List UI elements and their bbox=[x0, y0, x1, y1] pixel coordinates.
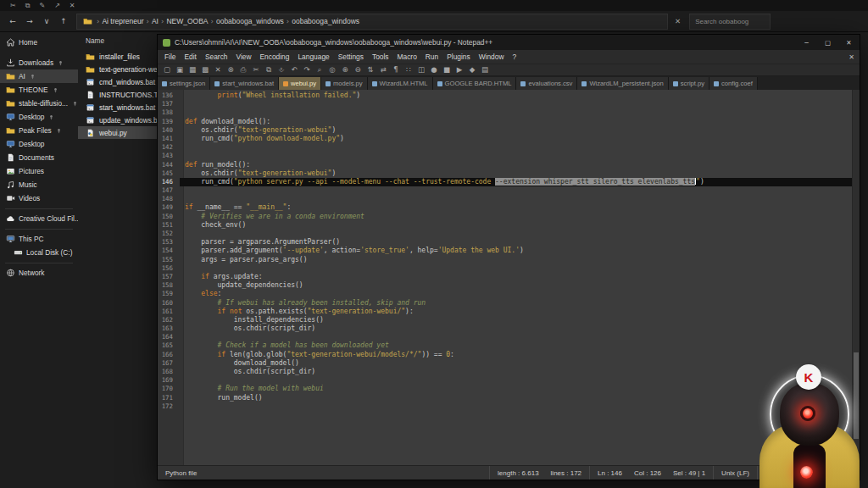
word-wrap-icon[interactable]: ¶ bbox=[390, 66, 402, 74]
breadcrumb[interactable]: ›Ai trepreneur›AI›NEW_OOBA›oobabooga_win… bbox=[76, 14, 668, 30]
save-all-icon[interactable]: ▩ bbox=[199, 66, 211, 74]
search-input[interactable] bbox=[689, 14, 771, 30]
tab-webui-py[interactable]: webui.py bbox=[279, 77, 321, 90]
save-icon[interactable]: ▦ bbox=[186, 66, 198, 74]
redo-icon[interactable]: ↷ bbox=[301, 66, 313, 74]
menu-file[interactable]: File bbox=[160, 53, 181, 61]
function-list-icon[interactable]: ◆ bbox=[466, 66, 478, 74]
file-row-instructions-txt[interactable]: INSTRUCTIONS.TXT bbox=[78, 88, 159, 101]
sidebar-item-downloads[interactable]: Downloads bbox=[0, 56, 78, 69]
menu-view[interactable]: View bbox=[231, 53, 255, 61]
refresh-icon[interactable]: ✕ bbox=[675, 17, 681, 25]
rename-icon[interactable]: ✎ bbox=[39, 3, 45, 9]
tab-settings-json[interactable]: settings.json bbox=[158, 77, 210, 90]
forward-icon[interactable]: → bbox=[24, 17, 36, 25]
sidebar-item-home[interactable]: Home bbox=[0, 36, 78, 49]
close-icon[interactable]: ✕ bbox=[212, 66, 224, 74]
sidebar-item-peak-files[interactable]: Peak Files bbox=[0, 124, 78, 137]
file-row-webui-py[interactable]: webui.py bbox=[78, 126, 159, 139]
breadcrumb-ai[interactable]: AI bbox=[150, 17, 160, 25]
tab-start-windows-bat[interactable]: start_windows.bat bbox=[210, 77, 279, 90]
menu-settings[interactable]: Settings bbox=[334, 53, 368, 61]
sidebar-item-theone[interactable]: THEONE bbox=[0, 83, 78, 97]
sidebar-item-creative-cloud-fil[interactable]: Creative Cloud Fil... bbox=[0, 212, 78, 225]
copy-icon[interactable]: ⧉ bbox=[263, 66, 275, 74]
document-map-icon[interactable]: ▤ bbox=[479, 66, 491, 74]
share-icon[interactable]: ↗ bbox=[54, 3, 60, 9]
zoom-out-icon[interactable]: ⊖ bbox=[352, 66, 364, 74]
copy-icon[interactable]: ⧉ bbox=[25, 3, 31, 9]
sidebar-item-local-disk-c[interactable]: Local Disk (C:) bbox=[0, 246, 78, 259]
menu-macro[interactable]: Macro bbox=[393, 53, 421, 61]
menu-run[interactable]: Run bbox=[421, 53, 442, 61]
zoom-in-icon[interactable]: ⊕ bbox=[339, 66, 351, 74]
sidebar-item-desktop[interactable]: Desktop bbox=[0, 137, 78, 151]
sidebar-item-pictures[interactable]: Pictures bbox=[0, 164, 78, 178]
code-editor[interactable]: 136 print("Wheel installation failed.")1… bbox=[158, 90, 860, 465]
play-macro-icon[interactable]: ▶ bbox=[453, 66, 465, 74]
file-row-text-generation-web[interactable]: text-generation-web... bbox=[78, 63, 159, 75]
sidebar-item-this-pc[interactable]: This PC bbox=[0, 232, 78, 246]
sidebar-item-music[interactable]: Music bbox=[0, 178, 78, 191]
code-token: os.chdir(script_dir) bbox=[185, 368, 315, 375]
sidebar-item-documents[interactable]: Documents bbox=[0, 151, 78, 164]
minimize-button[interactable]: ─ bbox=[796, 35, 817, 50]
file-row-installer-files[interactable]: installer_files bbox=[78, 50, 159, 63]
code-token: ): bbox=[405, 308, 414, 315]
menu-language[interactable]: Language bbox=[293, 53, 333, 61]
menu-edit[interactable]: Edit bbox=[181, 53, 201, 61]
new-file-icon[interactable]: ▢ bbox=[161, 66, 173, 74]
paste-icon[interactable]: ⎀ bbox=[275, 66, 287, 74]
menu-tools[interactable]: Tools bbox=[368, 53, 393, 61]
indent-guide-icon[interactable]: ◫ bbox=[415, 66, 427, 74]
menu-plugins[interactable]: Plugins bbox=[442, 53, 474, 61]
menu-encoding[interactable]: Encoding bbox=[256, 53, 294, 61]
show-all-characters-icon[interactable]: ∷ bbox=[403, 66, 415, 74]
undo-icon[interactable]: ↶ bbox=[288, 66, 300, 74]
print-icon[interactable]: ⎙ bbox=[237, 66, 249, 74]
maximize-button[interactable]: ▢ bbox=[817, 35, 838, 50]
open-file-icon[interactable]: ▣ bbox=[174, 66, 186, 74]
file-row-cmd-windows-bat[interactable]: cmd_windows.bat bbox=[78, 75, 159, 88]
file-row-start-windows-bat[interactable]: start_windows.bat bbox=[78, 101, 159, 114]
sidebar-item-network[interactable]: Network bbox=[0, 266, 78, 280]
stop-macro-icon[interactable]: ■ bbox=[441, 66, 453, 74]
up-icon[interactable]: ↑ bbox=[58, 17, 70, 25]
sidebar-item-ai[interactable]: AI bbox=[0, 69, 78, 83]
menubar-close-icon[interactable]: ✕ bbox=[849, 53, 854, 61]
sidebar-item-desktop[interactable]: Desktop bbox=[0, 110, 78, 124]
record-macro-icon[interactable]: ● bbox=[428, 66, 440, 74]
tab-config-coef[interactable]: config.coef bbox=[709, 77, 758, 90]
sync-horizontal-icon[interactable]: ⇄ bbox=[377, 66, 389, 74]
sidebar-item-videos[interactable]: Videos bbox=[0, 191, 78, 205]
menu-[interactable]: ? bbox=[508, 53, 520, 61]
close-button[interactable]: ✕ bbox=[838, 35, 860, 50]
tab-models-py[interactable]: models.py bbox=[321, 77, 368, 90]
find-icon[interactable]: ⌕ bbox=[314, 66, 326, 74]
cut-icon[interactable]: ✂ bbox=[250, 66, 262, 74]
breadcrumb-oobabooga-windows[interactable]: oobabooga_windows bbox=[214, 17, 286, 25]
delete-icon[interactable]: ✕ bbox=[70, 3, 75, 9]
sync-vertical-icon[interactable]: ⇅ bbox=[364, 66, 376, 74]
file-row-update-windows-bat[interactable]: update_windows.bat bbox=[78, 114, 159, 126]
tab-wizardlm-html[interactable]: WizardLM.HTML bbox=[368, 77, 433, 90]
replace-icon[interactable]: ◎ bbox=[326, 66, 338, 74]
breadcrumb-oobabooga-windows[interactable]: oobabooga_windows bbox=[290, 17, 361, 25]
tab-wizardlm-persistent-json[interactable]: WizardLM_persistent.json bbox=[577, 77, 668, 90]
sidebar-item-stable-diffusio[interactable]: stable-diffusio... bbox=[0, 97, 78, 110]
cut-icon[interactable]: ✂ bbox=[10, 3, 16, 9]
breadcrumb-new-ooba[interactable]: NEW_OOBA bbox=[164, 17, 209, 25]
line-number: 150 bbox=[158, 213, 180, 221]
editor-scrollbar[interactable] bbox=[852, 90, 860, 465]
tab-script-py[interactable]: script.py bbox=[669, 77, 709, 90]
breadcrumb-ai-trepreneur[interactable]: Ai trepreneur bbox=[100, 17, 145, 25]
close-all-icon[interactable]: ⊗ bbox=[225, 66, 236, 74]
recent-locations-icon[interactable]: ∨ bbox=[41, 17, 53, 25]
menu-search[interactable]: Search bbox=[201, 53, 232, 61]
tab-google-bard-html[interactable]: GOOGLE BARD.HTML bbox=[433, 77, 517, 90]
notepad-titlebar[interactable]: C:\Users\ohmni\AI\AI\NEW_OOBA\oobabooga_… bbox=[158, 35, 860, 50]
scrollbar-thumb[interactable] bbox=[854, 352, 859, 439]
menu-window[interactable]: Window bbox=[475, 53, 509, 61]
back-icon[interactable]: ← bbox=[7, 17, 19, 25]
tab-evaluations-csv[interactable]: evaluations.csv bbox=[516, 77, 577, 90]
